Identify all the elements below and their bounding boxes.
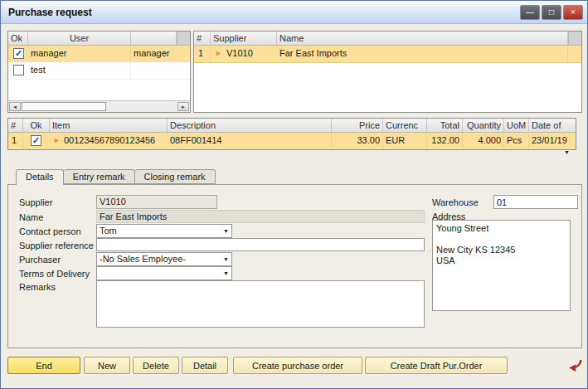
user-manager-ok-checkbox[interactable]: ✓ — [13, 48, 24, 59]
supplier-name-cell[interactable]: Far East Imports — [277, 46, 568, 62]
items-header-price[interactable]: Price — [332, 119, 383, 132]
items-header-num[interactable]: # — [8, 119, 23, 132]
item-price-cell[interactable]: 33.00 — [332, 133, 383, 149]
supplier-code-cell[interactable]: V1010 — [224, 46, 277, 62]
supplier-label: Supplier — [19, 197, 52, 207]
item-row[interactable]: 1 ✓ ► 001234567890123456 08FF001414 33.0… — [8, 133, 576, 150]
create-draft-purchase-order-button[interactable]: Create Draft Pur.Order — [365, 357, 508, 374]
warehouse-input[interactable] — [493, 195, 578, 209]
link-arrow-icon[interactable]: ► — [53, 133, 61, 149]
chevron-down-icon[interactable]: ▼ — [564, 149, 570, 156]
supplier-reference-input[interactable] — [96, 238, 425, 251]
items-header-description[interactable]: Description — [168, 119, 332, 132]
items-grid-header: # Ok Item Description Price Currenc Tota… — [8, 119, 576, 133]
dropdown-arrow-icon[interactable]: ▼ — [223, 270, 229, 277]
items-header-ok[interactable]: Ok — [23, 119, 50, 132]
item-total-cell[interactable]: 132.00 — [427, 133, 463, 149]
purchaser-combo[interactable]: -No Sales Employee- ▼ — [96, 252, 232, 266]
link-arrow-icon[interactable]: ► — [215, 46, 222, 62]
purchase-request-window: Purchase request — □ × Ok User ✓ manager… — [0, 0, 588, 389]
supplier-reference-label: Supplier reference nu — [19, 241, 106, 250]
scroll-left-icon[interactable]: ◄ — [9, 102, 21, 111]
minimize-icon: — — [526, 8, 534, 17]
name-field: Far East Imports — [96, 210, 425, 223]
red-curve-arrow-icon — [568, 359, 582, 372]
remarks-textarea[interactable] — [96, 280, 425, 328]
scroll-right-icon[interactable]: ► — [177, 102, 189, 111]
items-header-date[interactable]: Date of — [529, 119, 576, 132]
suppliers-grid-header: # Supplier Name — [194, 32, 581, 46]
users-grid: Ok User ✓ manager manager test ◄ ► — [7, 31, 191, 113]
items-header-uom[interactable]: UoM — [504, 119, 529, 132]
contact-person-value: Tom — [100, 226, 117, 236]
item-quantity-cell[interactable]: 4.000 — [463, 133, 504, 149]
item-date-cell[interactable]: 23/01/19 — [529, 133, 576, 149]
items-header-item[interactable]: Item — [50, 119, 168, 132]
user-cell[interactable]: test — [28, 62, 131, 79]
dropdown-arrow-icon[interactable]: ▼ — [223, 228, 229, 235]
user-row-test[interactable]: test — [8, 62, 190, 80]
items-header-currency[interactable]: Currenc — [383, 119, 427, 132]
suppliers-header-name[interactable]: Name — [277, 32, 568, 45]
users-header-corner — [177, 32, 191, 45]
user-cell[interactable]: manager — [28, 46, 131, 62]
user-name-cell[interactable] — [131, 62, 191, 79]
terms-of-delivery-label: Terms of Delivery — [19, 269, 90, 279]
suppliers-header-supplier[interactable]: Supplier — [211, 32, 277, 45]
maximize-button[interactable]: □ — [542, 5, 561, 20]
new-button[interactable]: New — [84, 357, 130, 374]
item-uom-cell[interactable]: Pcs — [504, 133, 529, 149]
item-ok-checkbox[interactable]: ✓ — [31, 135, 41, 146]
users-horizontal-scrollbar[interactable]: ◄ ► — [8, 100, 190, 112]
items-header-quantity[interactable]: Quantity — [463, 119, 504, 132]
check-icon: ✓ — [14, 49, 23, 57]
terms-of-delivery-combo[interactable]: ▼ — [96, 266, 232, 280]
scroll-thumb[interactable] — [22, 102, 106, 111]
purchaser-label: Purchaser — [19, 255, 61, 265]
name-label: Name — [19, 212, 43, 222]
suppliers-header-corner — [568, 32, 582, 45]
window-title: Purchase request — [8, 7, 92, 18]
remarks-label: Remarks — [19, 282, 56, 292]
maximize-icon: □ — [549, 8, 554, 17]
tab-closing-remark[interactable]: Closing remark — [135, 169, 216, 184]
end-button[interactable]: End — [7, 357, 80, 374]
users-header-ok[interactable]: Ok — [8, 32, 28, 45]
window-controls: — □ × — [520, 5, 583, 20]
dropdown-arrow-icon[interactable]: ▼ — [223, 256, 229, 263]
contact-person-label: Contact person — [19, 226, 81, 236]
address-box[interactable]: Young Street New City KS 12345 USA — [432, 220, 571, 311]
user-test-ok-checkbox[interactable] — [13, 65, 24, 75]
supplier-field: V1010 — [96, 195, 217, 209]
minimize-button[interactable]: — — [520, 5, 540, 20]
detail-button[interactable]: Detail — [182, 357, 228, 374]
users-grid-header: Ok User — [8, 32, 190, 46]
users-header-user[interactable]: User — [28, 32, 131, 45]
user-name-cell[interactable]: manager — [131, 46, 191, 62]
tab-bar: Details Entry remark Closing remark — [16, 169, 216, 185]
check-icon: ✓ — [32, 136, 41, 144]
create-purchase-order-button[interactable]: Create purchase order — [233, 357, 362, 374]
items-grid: # Ok Item Description Price Currenc Tota… — [7, 118, 576, 150]
suppliers-grid: # Supplier Name 1 ► V1010 Far East Impor… — [193, 31, 582, 113]
item-currency-cell[interactable]: EUR — [383, 133, 427, 149]
item-description-cell[interactable]: 08FF001414 — [168, 133, 332, 149]
supplier-row[interactable]: 1 ► V1010 Far East Imports — [194, 46, 581, 63]
tab-entry-remark[interactable]: Entry remark — [64, 169, 135, 184]
titlebar[interactable]: Purchase request — □ × — [1, 1, 587, 24]
close-button[interactable]: × — [563, 5, 583, 20]
warehouse-label: Warehouse — [432, 197, 479, 207]
items-header-total[interactable]: Total — [427, 119, 463, 132]
item-num-cell[interactable]: 1 — [8, 133, 23, 149]
user-row-manager[interactable]: ✓ manager manager — [8, 46, 190, 63]
tab-details[interactable]: Details — [16, 169, 64, 185]
suppliers-header-num[interactable]: # — [194, 32, 211, 45]
supplier-num-cell[interactable]: 1 — [194, 46, 211, 62]
delete-button[interactable]: Delete — [133, 357, 179, 374]
close-icon: × — [571, 8, 576, 17]
item-code-cell[interactable]: 001234567890123456 — [61, 133, 168, 149]
contact-person-combo[interactable]: Tom ▼ — [96, 224, 232, 238]
purchaser-value: -No Sales Employee- — [100, 254, 186, 264]
users-header-extra[interactable] — [131, 32, 177, 45]
